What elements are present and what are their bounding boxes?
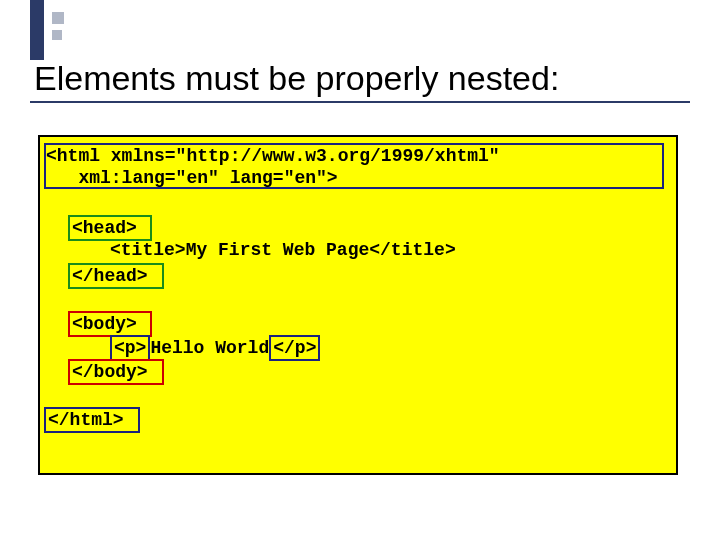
html-close-tag: </html>	[44, 407, 140, 433]
code-text: <html xmlns="http://www.w3.org/1999/xhtm…	[46, 145, 500, 167]
p-text: Hello World	[150, 338, 269, 358]
slide-heading: Elements must be properly nested:	[30, 60, 690, 103]
code-p-line: <p>Hello World</p>	[110, 335, 320, 361]
code-text: <title>My First Web Page</title>	[110, 239, 456, 261]
slide-decoration-bar	[30, 0, 44, 60]
html-open-tag-block: <html xmlns="http://www.w3.org/1999/xhtm…	[44, 143, 664, 189]
body-open-tag: <body>	[68, 311, 152, 337]
code-text: xml:lang="en" lang="en">	[46, 167, 338, 189]
slide-decoration-square	[52, 30, 62, 40]
title-open: <title>	[110, 240, 186, 260]
p-close-tag: </p>	[269, 335, 320, 361]
p-open-tag: <p>	[110, 335, 150, 361]
title-close: </title>	[369, 240, 455, 260]
slide-decoration-square	[52, 12, 64, 24]
title-text: My First Web Page	[186, 240, 370, 260]
head-close-tag: </head>	[68, 263, 164, 289]
body-close-tag: </body>	[68, 359, 164, 385]
head-open-tag: <head>	[68, 215, 152, 241]
code-example-box: <html xmlns="http://www.w3.org/1999/xhtm…	[38, 135, 678, 475]
